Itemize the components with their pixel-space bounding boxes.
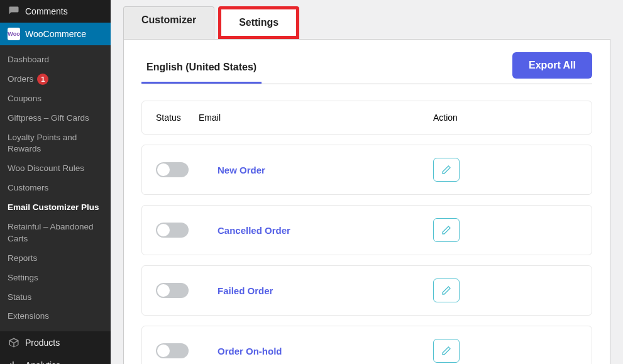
orders-count-badge: 1	[37, 74, 48, 85]
email-row-new-order: New Order	[141, 145, 592, 195]
sidebar-sub-discount[interactable]: Woo Discount Rules	[0, 159, 111, 179]
tab-customizer[interactable]: Customizer	[123, 6, 214, 39]
sidebar-sub-dashboard[interactable]: Dashboard	[0, 50, 111, 70]
toggle-order-on-hold[interactable]	[156, 343, 189, 358]
sidebar-sub-orders[interactable]: Orders 1	[0, 70, 111, 89]
language-tabs-row: English (United States) Export All	[141, 52, 592, 84]
header-email: Email	[199, 113, 433, 123]
main-tabs: Customizer Settings	[123, 6, 610, 40]
pencil-icon	[441, 165, 451, 175]
admin-sidebar: Comments Woo WooCommerce Dashboard Order…	[0, 0, 111, 364]
sidebar-sub-giftpress[interactable]: Giftpress – Gift Cards	[0, 109, 111, 128]
pencil-icon	[441, 285, 451, 295]
sidebar-sub-extensions[interactable]: Extensions	[0, 307, 111, 326]
sidebar-sub-status[interactable]: Status	[0, 288, 111, 307]
woocommerce-submenu: Dashboard Orders 1 Coupons Giftpress – G…	[0, 45, 111, 331]
email-link-failed-order[interactable]: Failed Order	[218, 285, 273, 296]
sidebar-item-products[interactable]: Products	[0, 331, 111, 354]
email-row-cancelled-order: Cancelled Order	[141, 205, 592, 255]
toggle-cancelled-order[interactable]	[156, 223, 189, 238]
sidebar-sub-loyalty[interactable]: Loyalty Points and Rewards	[0, 128, 111, 160]
email-table-header: Status Email Action	[141, 101, 592, 135]
subtab-english[interactable]: English (United States)	[141, 53, 262, 84]
toggle-new-order[interactable]	[156, 162, 189, 177]
sidebar-item-comments[interactable]: Comments	[0, 0, 111, 23]
header-action: Action	[433, 113, 578, 123]
email-row-order-on-hold: Order On-hold	[141, 326, 592, 364]
header-status: Status	[156, 113, 199, 123]
sidebar-label-woocommerce: WooCommerce	[25, 29, 86, 39]
edit-button-new-order[interactable]	[433, 158, 460, 182]
sidebar-item-woocommerce[interactable]: Woo WooCommerce	[0, 23, 111, 45]
settings-panel: English (United States) Export All Statu…	[123, 40, 610, 364]
pencil-icon	[441, 346, 451, 356]
email-link-new-order[interactable]: New Order	[218, 165, 265, 175]
sidebar-item-analytics[interactable]: Analytics	[0, 354, 111, 364]
sidebar-label-analytics: Analytics	[25, 360, 60, 364]
woocommerce-icon: Woo	[8, 28, 20, 40]
sidebar-label-products: Products	[25, 338, 60, 348]
edit-button-failed-order[interactable]	[433, 279, 460, 302]
analytics-icon	[8, 359, 20, 364]
edit-button-order-on-hold[interactable]	[433, 339, 460, 363]
tab-settings[interactable]: Settings	[218, 6, 299, 39]
email-link-cancelled-order[interactable]: Cancelled Order	[218, 225, 290, 236]
main-content: Customizer Settings English (United Stat…	[111, 0, 623, 364]
toggle-knob	[157, 345, 170, 357]
comment-icon	[8, 5, 20, 18]
toggle-knob	[157, 284, 170, 297]
sidebar-sub-customers[interactable]: Customers	[0, 179, 111, 198]
edit-button-cancelled-order[interactable]	[433, 218, 460, 242]
products-icon	[8, 336, 20, 349]
pencil-icon	[441, 225, 451, 235]
toggle-knob	[157, 163, 170, 176]
toggle-failed-order[interactable]	[156, 283, 189, 298]
sidebar-sub-reports[interactable]: Reports	[0, 249, 111, 268]
export-all-button[interactable]: Export All	[512, 52, 592, 79]
email-link-order-on-hold[interactable]: Order On-hold	[218, 346, 282, 356]
toggle-knob	[157, 224, 170, 236]
sidebar-label-comments: Comments	[25, 6, 68, 16]
sidebar-sub-retainful[interactable]: Retainful – Abandoned Carts	[0, 218, 111, 249]
sidebar-sub-coupons[interactable]: Coupons	[0, 89, 111, 109]
sidebar-sub-email-customizer[interactable]: Email Customizer Plus	[0, 198, 111, 218]
sidebar-sub-settings[interactable]: Settings	[0, 268, 111, 288]
email-row-failed-order: Failed Order	[141, 265, 592, 316]
